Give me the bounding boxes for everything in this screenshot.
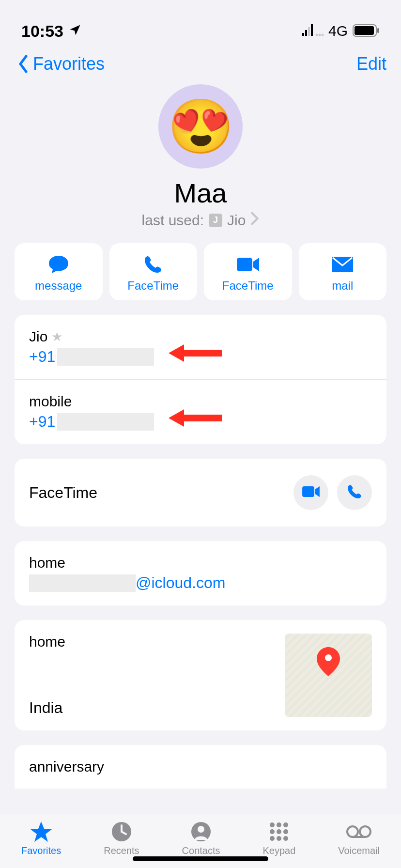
svg-rect-10 — [237, 258, 252, 271]
home-indicator[interactable] — [133, 856, 268, 861]
message-button[interactable]: message — [15, 243, 103, 300]
tab-voicemail[interactable]: Voicemail — [338, 821, 380, 856]
svg-point-19 — [283, 822, 288, 827]
last-used-prefix: last used: — [142, 212, 204, 229]
address-card: home India — [15, 620, 386, 730]
battery-icon — [353, 22, 380, 41]
address-label: home — [29, 634, 65, 650]
phone-prefix: +91 — [29, 348, 55, 366]
star-icon: ★ — [51, 329, 62, 344]
phone-icon — [143, 254, 163, 275]
edit-button[interactable]: Edit — [356, 54, 386, 74]
svg-point-13 — [325, 654, 332, 661]
actions-row: message FaceTime FaceTime mail — [0, 243, 401, 315]
action-label: message — [35, 279, 82, 293]
tab-favorites[interactable]: Favorites — [21, 821, 61, 856]
svg-point-17 — [270, 822, 275, 827]
svg-point-5 — [318, 33, 321, 36]
phone-prefix: +91 — [29, 413, 55, 431]
svg-point-27 — [360, 826, 370, 837]
action-label: FaceTime — [127, 279, 179, 293]
phone-icon — [346, 483, 363, 502]
svg-rect-1 — [305, 30, 307, 36]
message-icon — [47, 254, 70, 275]
keypad-icon — [269, 821, 289, 842]
phone-row-mobile[interactable]: mobile +91 — [15, 379, 386, 444]
tab-label: Voicemail — [338, 845, 380, 856]
mail-icon — [331, 254, 354, 275]
phone-numbers-card: Jio ★ +91 mobile +91 — [15, 315, 386, 444]
phone-label: Jio — [29, 328, 47, 345]
dual-sim-signal-icon — [302, 22, 324, 41]
svg-point-25 — [283, 836, 288, 841]
status-time: 10:53 — [21, 22, 63, 41]
status-bar: 10:53 4G — [0, 0, 401, 48]
dates-card: anniversary — [15, 745, 386, 789]
svg-rect-3 — [311, 24, 313, 36]
tab-recents[interactable]: Recents — [104, 821, 139, 856]
tab-label: Recents — [104, 845, 139, 856]
anniversary-row[interactable]: anniversary — [15, 745, 386, 789]
svg-point-6 — [321, 33, 324, 36]
svg-rect-9 — [377, 28, 379, 33]
clock-icon — [111, 821, 132, 842]
tab-contacts[interactable]: Contacts — [182, 821, 220, 856]
back-label: Favorites — [33, 54, 105, 74]
facetime-audio-call-button[interactable] — [337, 475, 372, 510]
svg-rect-12 — [302, 486, 314, 497]
mail-button[interactable]: mail — [299, 243, 387, 300]
email-domain: @icloud.com — [136, 574, 225, 592]
svg-point-20 — [270, 829, 275, 834]
action-label: mail — [332, 279, 353, 293]
facetime-card: FaceTime — [15, 459, 386, 527]
svg-point-16 — [198, 826, 204, 833]
address-country: India — [29, 699, 65, 717]
svg-rect-8 — [355, 26, 374, 35]
email-card: home @icloud.com — [15, 541, 386, 605]
tab-label: Favorites — [21, 845, 61, 856]
svg-point-18 — [277, 822, 281, 827]
date-label: anniversary — [29, 759, 104, 775]
map-pin-icon — [317, 647, 340, 678]
tab-label: Contacts — [182, 845, 220, 856]
facetime-video-call-button[interactable] — [293, 475, 328, 510]
video-icon — [301, 485, 321, 500]
svg-point-24 — [277, 836, 281, 841]
video-icon — [236, 254, 260, 275]
sim-badge: J — [209, 214, 222, 227]
svg-point-22 — [283, 829, 288, 834]
back-button[interactable]: Favorites — [15, 53, 105, 75]
email-row[interactable]: home @icloud.com — [15, 541, 386, 605]
tab-label: Keypad — [263, 845, 296, 856]
last-used-row[interactable]: last used: J Jio — [142, 212, 260, 229]
facetime-audio-button[interactable]: FaceTime — [109, 243, 198, 300]
svg-point-4 — [315, 33, 318, 36]
redacted-number — [57, 413, 154, 431]
address-row[interactable]: home India — [15, 620, 386, 730]
redacted-number — [57, 348, 154, 366]
phone-row-jio[interactable]: Jio ★ +91 — [15, 315, 386, 379]
avatar[interactable]: 😍 — [158, 84, 243, 169]
voicemail-icon — [346, 821, 372, 842]
email-label: home — [29, 555, 65, 571]
phone-label: mobile — [29, 393, 72, 410]
svg-rect-2 — [308, 27, 310, 36]
network-label: 4G — [328, 23, 348, 39]
chevron-left-icon — [15, 53, 32, 75]
avatar-emoji: 😍 — [168, 95, 234, 158]
person-icon — [191, 821, 211, 842]
svg-point-21 — [277, 829, 281, 834]
last-used-sim: Jio — [227, 212, 246, 229]
tab-keypad[interactable]: Keypad — [263, 821, 296, 856]
profile-header: 😍 Maa last used: J Jio — [0, 84, 401, 243]
annotation-arrow — [169, 408, 222, 430]
star-icon — [31, 821, 52, 842]
location-icon — [68, 22, 82, 41]
facetime-video-button[interactable]: FaceTime — [204, 243, 292, 300]
svg-point-23 — [270, 836, 275, 841]
nav-bar: Favorites Edit — [0, 48, 401, 84]
map-thumbnail[interactable] — [285, 634, 372, 717]
svg-rect-0 — [302, 33, 304, 36]
annotation-arrow — [169, 343, 222, 365]
facetime-label: FaceTime — [29, 484, 97, 502]
